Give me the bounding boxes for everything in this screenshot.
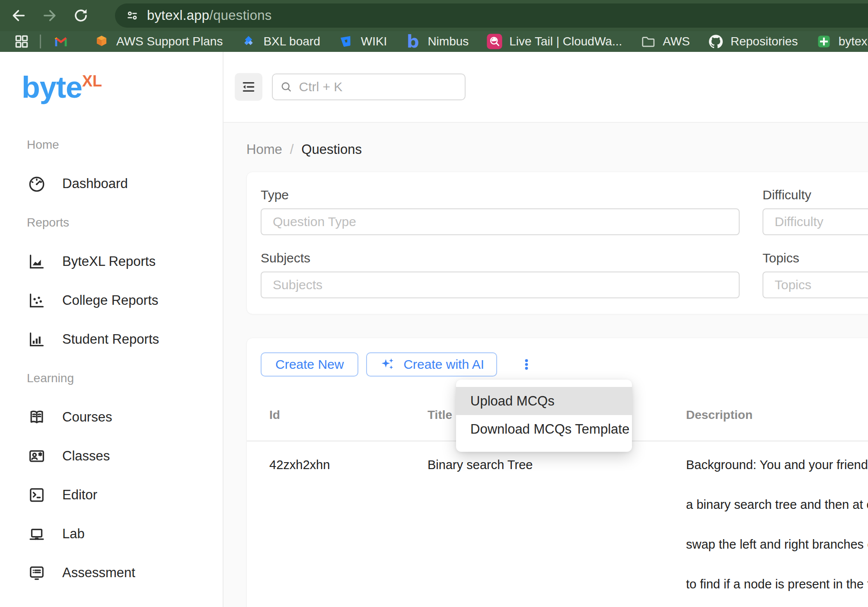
main-area: Home / Questions Type Difficulty Sub bbox=[223, 52, 868, 607]
sidebar-item-lab[interactable]: Lab bbox=[27, 514, 223, 553]
bookmark-gmail[interactable] bbox=[52, 33, 76, 50]
sidebar-item-classes[interactable]: Classes bbox=[27, 437, 223, 476]
global-search[interactable] bbox=[272, 73, 466, 100]
indent-collapse-icon bbox=[240, 78, 257, 96]
sidebar-item-label: College Reports bbox=[62, 293, 158, 308]
bookmark-repositories[interactable]: Repositories bbox=[707, 33, 798, 50]
folder-icon bbox=[639, 33, 657, 50]
bitbucket-icon bbox=[338, 33, 355, 50]
url-path: /questions bbox=[209, 8, 271, 23]
sidebar-item-college-reports[interactable]: College Reports bbox=[27, 281, 223, 320]
search-icon bbox=[280, 80, 293, 94]
sidebar-item-label: Assessment bbox=[62, 565, 135, 581]
sidebar-item-bytexl-reports[interactable]: ByteXL Reports bbox=[27, 242, 223, 281]
open-book-icon bbox=[27, 407, 47, 427]
sidebar-collapse-button[interactable] bbox=[235, 73, 262, 101]
bookmark-label: Live Tail | CloudWa... bbox=[509, 35, 622, 48]
cloudwatch-icon bbox=[486, 33, 503, 50]
bookmark-label: bytexl.app Feedba... bbox=[839, 35, 868, 48]
assessment-screen-icon bbox=[27, 563, 47, 583]
cell-id: 42zxh2xhn bbox=[247, 441, 418, 485]
more-actions-kebab-button[interactable] bbox=[517, 352, 536, 377]
apps-grid-icon[interactable] bbox=[13, 33, 30, 50]
bookmark-wiki[interactable]: WIKI bbox=[338, 33, 387, 50]
dashboard-gauge-icon bbox=[27, 174, 47, 194]
kebab-menu-icon bbox=[520, 356, 533, 373]
app-window: byteXL Home Dashboard Reports ByteXL Rep… bbox=[0, 52, 868, 607]
table-actions: Create New Create with AI bbox=[247, 352, 868, 377]
difficulty-label: Difficulty bbox=[763, 188, 868, 202]
sparkles-icon bbox=[379, 356, 396, 373]
description-line: Background: You and your friend a bbox=[686, 445, 868, 485]
description-line: a binary search tree and then at oc bbox=[686, 485, 868, 524]
subjects-input[interactable] bbox=[261, 272, 740, 298]
app-topbar bbox=[223, 52, 868, 123]
forward-arrow-icon bbox=[41, 7, 58, 24]
bookmark-label: Nimbus bbox=[428, 35, 469, 48]
forward-button[interactable] bbox=[40, 6, 60, 26]
bookmark-bxl-board[interactable]: BXL board bbox=[240, 33, 320, 50]
sidebar-item-label: Classes bbox=[62, 448, 110, 464]
site-settings-icon[interactable] bbox=[124, 8, 140, 23]
sidebar-nav: Home Dashboard Reports ByteXL Reports Co… bbox=[0, 125, 223, 592]
url-host: bytexl.app bbox=[147, 8, 209, 23]
sidebar-item-student-reports[interactable]: Student Reports bbox=[27, 320, 223, 359]
jira-icon bbox=[240, 33, 257, 50]
sidebar-section-learning: Learning bbox=[27, 359, 223, 398]
github-icon bbox=[707, 33, 724, 50]
gmail-icon bbox=[52, 33, 70, 50]
topics-label: Topics bbox=[763, 251, 868, 265]
sidebar-item-assessment[interactable]: Assessment bbox=[27, 553, 223, 592]
breadcrumb: Home / Questions bbox=[246, 142, 868, 157]
breadcrumb-home-link[interactable]: Home bbox=[246, 142, 282, 157]
scatter-chart-icon bbox=[27, 291, 47, 310]
filter-difficulty: Difficulty bbox=[763, 188, 868, 235]
nimbus-icon: b bbox=[404, 33, 421, 50]
breadcrumb-current-page: Questions bbox=[301, 142, 362, 157]
search-input[interactable] bbox=[298, 79, 458, 95]
aws-box-icon bbox=[93, 33, 110, 50]
browser-chrome: bytexl.app/questions AWS Support Plans B… bbox=[0, 0, 868, 52]
questions-table-card: Create New Create with AI Id Title Descr… bbox=[246, 338, 868, 607]
bookmarks-separator bbox=[40, 35, 41, 48]
sheets-icon bbox=[815, 33, 833, 50]
bookmark-aws-support-plans[interactable]: AWS Support Plans bbox=[93, 33, 223, 50]
reload-button[interactable] bbox=[71, 6, 91, 26]
sidebar-item-editor[interactable]: Editor bbox=[27, 476, 223, 514]
create-with-ai-label: Create with AI bbox=[403, 357, 484, 372]
bookmark-nimbus[interactable]: b Nimbus bbox=[404, 33, 469, 50]
topics-input[interactable] bbox=[763, 272, 868, 298]
breadcrumb-separator: / bbox=[290, 142, 294, 157]
filter-type: Type bbox=[261, 188, 740, 235]
column-header-description: Description bbox=[677, 408, 868, 422]
bookmark-label: Repositories bbox=[731, 35, 798, 48]
id-card-icon bbox=[27, 446, 47, 466]
sidebar-section-home: Home bbox=[27, 125, 223, 164]
menu-item-upload-mcqs[interactable]: Upload MCQs bbox=[456, 387, 632, 415]
sidebar-item-dashboard[interactable]: Dashboard bbox=[27, 164, 223, 203]
table-row[interactable]: 42zxh2xhn Binary search Tree Background:… bbox=[247, 441, 868, 604]
sidebar-item-courses[interactable]: Courses bbox=[27, 398, 223, 437]
bookmark-live-tail-cloudwatch[interactable]: Live Tail | CloudWa... bbox=[486, 33, 622, 50]
sidebar-item-label: Editor bbox=[62, 487, 97, 503]
sidebar-item-label: Courses bbox=[62, 409, 112, 425]
cell-description: Background: You and your friend a a bina… bbox=[677, 441, 868, 604]
page-content: Home / Questions Type Difficulty Sub bbox=[223, 123, 868, 607]
bytexl-logo: byteXL bbox=[0, 52, 223, 125]
create-new-button[interactable]: Create New bbox=[261, 352, 358, 377]
logo-xl-text: XL bbox=[82, 72, 102, 90]
browser-toolbar: bytexl.app/questions bbox=[0, 0, 868, 31]
question-type-input[interactable] bbox=[261, 208, 740, 235]
area-chart-icon bbox=[27, 252, 47, 272]
bookmark-aws-folder[interactable]: AWS bbox=[639, 33, 690, 50]
sidebar-section-reports: Reports bbox=[27, 203, 223, 242]
difficulty-input[interactable] bbox=[763, 208, 868, 235]
menu-item-download-mcqs-template[interactable]: Download MCQs Template bbox=[456, 415, 632, 443]
create-with-ai-button[interactable]: Create with AI bbox=[366, 352, 497, 377]
bookmark-bytexl-feedback[interactable]: bytexl.app Feedba... bbox=[815, 33, 868, 50]
url-bar[interactable]: bytexl.app/questions bbox=[115, 3, 868, 28]
filter-topics: Topics bbox=[763, 251, 868, 298]
back-button[interactable] bbox=[9, 6, 29, 26]
bookmarks-bar: AWS Support Plans BXL board WIKI b Nimbu… bbox=[0, 31, 868, 52]
column-header-id: Id bbox=[247, 408, 418, 422]
